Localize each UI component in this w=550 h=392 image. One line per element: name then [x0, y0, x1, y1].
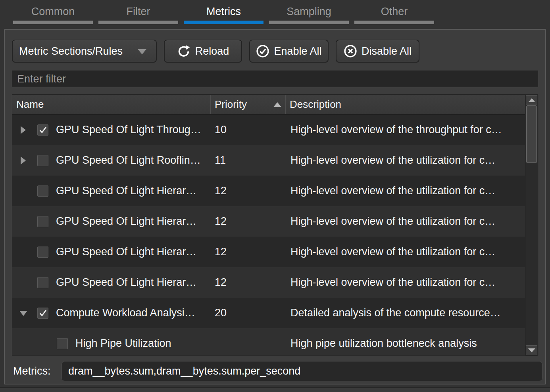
sort-ascending-icon: [273, 102, 281, 107]
metrics-settings-panel: Metric Sections/Rules Reload Enable All …: [4, 29, 546, 384]
expander-icon[interactable]: [21, 308, 26, 318]
tab-label: Metrics: [206, 6, 241, 18]
tab-underline: [13, 21, 93, 24]
row-priority: 12: [211, 276, 286, 289]
tab-metrics[interactable]: Metrics: [184, 0, 263, 26]
table-row[interactable]: High Pipe Utilization High pipe utilizat…: [12, 328, 525, 356]
metrics-table: Name Priority Description GPU Speed Of L…: [12, 94, 538, 356]
tab-common[interactable]: Common: [13, 0, 93, 26]
circle-check-icon: [256, 44, 269, 58]
scrollbar-up-button[interactable]: [526, 95, 537, 105]
disable-all-button[interactable]: Disable All: [336, 40, 419, 63]
row-checkbox[interactable]: [37, 216, 48, 227]
metrics-input[interactable]: [62, 361, 542, 381]
row-name-cell: Compute Workload Analysi…: [12, 307, 211, 319]
row-name: GPU Speed Of Light Hierar…: [56, 276, 196, 289]
scrollbar-down-button[interactable]: [526, 345, 537, 355]
row-description: High-level overview of the utilization f…: [286, 215, 525, 228]
scrollbar-thumb[interactable]: [526, 105, 537, 163]
expander-icon[interactable]: [21, 216, 26, 227]
expander-icon[interactable]: [21, 277, 26, 288]
row-checkbox[interactable]: [37, 247, 48, 258]
circular-arrow-icon: [177, 44, 190, 58]
reload-button-label: Reload: [195, 45, 229, 57]
row-description: High pipe utilization bottleneck analysi…: [286, 337, 525, 350]
row-priority: 20: [211, 307, 286, 319]
tab-underline: [184, 21, 263, 24]
row-checkbox[interactable]: [37, 185, 48, 197]
row-name: GPU Speed Of Light Hierar…: [56, 185, 196, 197]
tab-label: Common: [31, 6, 75, 18]
metrics-bar: Metrics:: [13, 361, 51, 381]
filter-input[interactable]: [12, 71, 538, 87]
metrics-label: Metrics:: [13, 365, 51, 377]
tab-label: Sampling: [287, 6, 331, 18]
checkmark-icon: [38, 308, 48, 318]
tab-label: Other: [381, 6, 408, 18]
row-name-cell: GPU Speed Of Light Throug…: [12, 124, 211, 136]
expander-icon[interactable]: [21, 186, 26, 196]
row-name: Compute Workload Analysi…: [56, 307, 195, 319]
tab-sampling[interactable]: Sampling: [269, 0, 349, 26]
column-header-name[interactable]: Name: [12, 95, 211, 114]
table-row[interactable]: GPU Speed Of Light Throug… 10 High-level…: [12, 115, 525, 145]
row-checkbox[interactable]: [37, 124, 48, 136]
row-priority: 10: [211, 124, 286, 136]
enable-all-button-label: Enable All: [274, 45, 321, 57]
row-name: High Pipe Utilization: [75, 337, 171, 350]
tab-bar: Common Filter Metrics Sampling Other: [0, 0, 550, 26]
row-description: High-level overview of the utilization f…: [286, 246, 525, 258]
tab-underline: [354, 21, 434, 24]
disable-all-button-label: Disable All: [362, 45, 412, 57]
tab-other[interactable]: Other: [354, 0, 434, 26]
toolbar: Metric Sections/Rules Reload Enable All …: [12, 40, 419, 63]
row-priority: 12: [211, 246, 286, 258]
column-header-priority[interactable]: Priority: [211, 95, 286, 114]
table-row[interactable]: GPU Speed Of Light Hierar… 12 High-level…: [12, 237, 525, 267]
row-description: High-level overview of the utilization f…: [286, 185, 525, 197]
table-row[interactable]: GPU Speed Of Light Hierar… 12 High-level…: [12, 176, 525, 206]
row-description: High-level overview of the throughput fo…: [286, 124, 525, 136]
expander-icon[interactable]: [21, 125, 26, 135]
row-name-cell: High Pipe Utilization: [12, 337, 211, 350]
row-name: GPU Speed Of Light Hierar…: [56, 215, 196, 228]
row-description: Detailed analysis of the compute resourc…: [286, 307, 525, 319]
metric-sections-dropdown-label: Metric Sections/Rules: [19, 45, 123, 57]
reload-button[interactable]: Reload: [164, 40, 242, 63]
row-checkbox[interactable]: [37, 155, 48, 166]
expander-icon[interactable]: [21, 155, 26, 166]
column-header-description[interactable]: Description: [286, 95, 525, 114]
table-header: Name Priority Description: [12, 95, 525, 115]
table-row[interactable]: GPU Speed Of Light Hierar… 12 High-level…: [12, 267, 525, 298]
table-row[interactable]: GPU Speed Of Light Hierar… 12 High-level…: [12, 206, 525, 237]
tab-underline: [98, 21, 178, 24]
row-name-cell: GPU Speed Of Light Rooflin…: [12, 154, 211, 166]
table-row[interactable]: Compute Workload Analysi… 20 Detailed an…: [12, 298, 525, 328]
vertical-scrollbar[interactable]: [525, 95, 538, 356]
row-name-cell: GPU Speed Of Light Hierar…: [12, 215, 211, 228]
row-name-cell: GPU Speed Of Light Hierar…: [12, 276, 211, 289]
enable-all-button[interactable]: Enable All: [249, 40, 329, 63]
circle-x-icon: [344, 44, 357, 58]
chevron-down-icon: [138, 49, 146, 54]
expander-icon[interactable]: [21, 247, 26, 257]
table-rows: GPU Speed Of Light Throug… 10 High-level…: [12, 115, 525, 356]
row-priority: 11: [211, 154, 286, 166]
checkmark-icon: [38, 125, 48, 135]
table-row[interactable]: GPU Speed Of Light Rooflin… 11 High-leve…: [12, 145, 525, 176]
row-description: High-level overview of the utilization f…: [286, 276, 525, 289]
row-name-cell: GPU Speed Of Light Hierar…: [12, 246, 211, 258]
scroll-down-icon: [528, 348, 535, 352]
row-priority: 12: [211, 215, 286, 228]
row-checkbox[interactable]: [57, 338, 68, 349]
row-checkbox[interactable]: [37, 277, 48, 288]
metric-sections-dropdown[interactable]: Metric Sections/Rules: [12, 40, 157, 63]
tab-filter[interactable]: Filter: [98, 0, 178, 26]
row-name: GPU Speed Of Light Hierar…: [56, 246, 196, 258]
footer-strip: [0, 387, 550, 392]
scroll-up-icon: [528, 98, 535, 102]
row-checkbox[interactable]: [37, 308, 48, 319]
scrollbar-track[interactable]: [525, 105, 538, 345]
tab-underline: [269, 21, 349, 24]
row-name: GPU Speed Of Light Rooflin…: [56, 154, 201, 166]
